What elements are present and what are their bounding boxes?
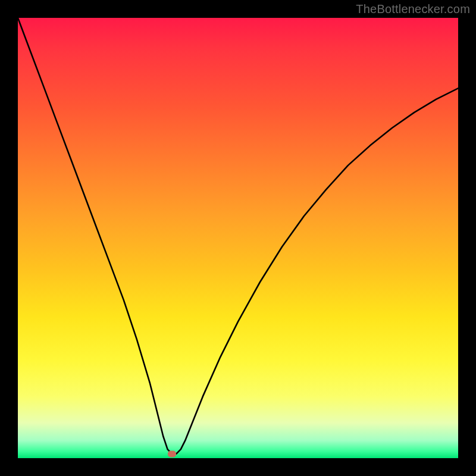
optimal-point-marker xyxy=(168,450,176,457)
bottleneck-curve xyxy=(18,18,458,454)
watermark-text: TheBottlenecker.com xyxy=(356,2,470,16)
chart-frame: TheBottlenecker.com xyxy=(0,0,476,476)
curve-svg xyxy=(18,18,458,458)
plot-area xyxy=(18,18,458,458)
